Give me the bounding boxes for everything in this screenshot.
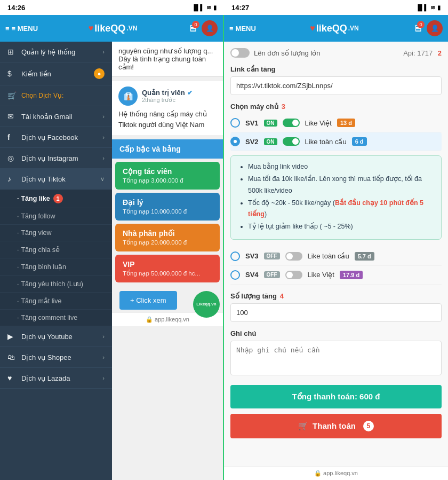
- youtube-icon: ▶: [7, 332, 17, 341]
- sidebar-sub-tang-binh-luan[interactable]: Tăng bình luận: [0, 258, 112, 276]
- sidebar-label-kiem-tien: Kiếm tiền: [21, 70, 90, 78]
- logo-text: ♥ likeQQ.VN: [89, 23, 138, 34]
- rank-desc: Tổng nạp 50.000.000 đ hc...: [123, 270, 212, 277]
- sv4-radio[interactable]: [230, 270, 240, 280]
- large-order-toggle[interactable]: [230, 48, 250, 58]
- lock-icon: 🔒: [146, 316, 153, 322]
- sv2-radio[interactable]: [230, 137, 240, 146]
- sidebar-sub-tang-view[interactable]: Tăng view: [0, 225, 112, 241]
- battery-icon: ▮: [213, 4, 217, 11]
- sv3-radio[interactable]: [230, 251, 240, 261]
- message-button-r[interactable]: 🖥 0: [413, 23, 422, 34]
- right-menu-button[interactable]: ≡ MENU: [229, 25, 256, 33]
- rank-title: VIP: [123, 260, 212, 269]
- sv2-toggle[interactable]: [283, 137, 300, 146]
- message-badge: 0: [192, 21, 199, 28]
- sidebar-item-shopee[interactable]: 🛍 Dịch vụ Shopee ›: [0, 347, 112, 368]
- left-status-bar: 14:26 ▐▌▌ ≋ ▮: [0, 0, 224, 15]
- sv4-day: 17.9 d: [340, 271, 363, 279]
- sidebar-label-facebook: Dịch vụ Facebook: [21, 133, 98, 141]
- server-sv2-row[interactable]: SV2 ON Like toàn cầu 6 d: [230, 132, 442, 151]
- server-section: Chọn máy chủ 3 SV1 ON Like Việt 13 d SV2: [230, 103, 442, 285]
- rank-header: Cấp bậc và bảng: [112, 139, 223, 159]
- sidebar-sub-label: Tăng like: [21, 195, 50, 202]
- sidebar-sub-tang-comment-live[interactable]: Tăng comment live: [0, 310, 112, 326]
- sidebar-label-youtube: Dịch vụ Youtube: [21, 333, 98, 341]
- admin-body: Hệ thống nâng cấp máy chủ Tiktok người d…: [118, 109, 217, 130]
- admin-body-text: Hệ thống nâng cấp máy chủ Tiktok người d…: [118, 110, 207, 129]
- grid-icon: ⊞: [7, 48, 17, 56]
- menu-label-r: MENU: [236, 25, 256, 33]
- sidebar-item-chon-dich-vu: 🛒 Chọn Dịch Vụ:: [0, 85, 112, 106]
- right-nav-bar: ≡ MENU ♥ likeQQ.VN 🖥 0 👤: [224, 15, 448, 42]
- server-label: Chọn máy chủ 3: [230, 103, 442, 111]
- sv1-toggle[interactable]: [283, 119, 300, 127]
- sidebar-sub-label-chia-se: Tăng chia sẻ: [21, 246, 60, 254]
- user-avatar[interactable]: 👤: [202, 20, 218, 36]
- sidebar-item-gmail[interactable]: ✉ Tài khoản Gmail ›: [0, 106, 112, 127]
- pay-button[interactable]: 🛒 Thanh toán 5: [230, 414, 442, 438]
- sv4-toggle[interactable]: [285, 271, 302, 279]
- total-bar: Tổng thanh toán: 600 đ: [230, 385, 442, 408]
- sv3-name: SV3: [245, 252, 259, 260]
- sidebar: ⊞ Quản lý hệ thống › $ Kiếm tiền ● 🛒 Chọ…: [0, 42, 112, 480]
- server-sv3-row[interactable]: SV3 OFF Like toàn cầu 5.7 d: [230, 247, 442, 266]
- sv1-status: ON: [264, 120, 277, 127]
- rank-cong-tac-vien: Cộng tác viên Tổng nạp 3.000.000 đ: [115, 162, 220, 190]
- content-text-block: nguyên cũng như số lượng q... Đây là tìn…: [112, 42, 223, 77]
- sidebar-sub-tang-chia-se[interactable]: Tăng chia sẻ: [0, 241, 112, 258]
- sidebar-sub-tang-follow[interactable]: Tăng follow: [0, 208, 112, 225]
- sidebar-sub-label-comment-live: Tăng comment live: [21, 314, 77, 321]
- sidebar-item-tiktok[interactable]: ♪ Dịch vụ Tiktok ∨: [0, 169, 112, 190]
- sidebar-label-shopee: Dịch vụ Shopee: [21, 353, 98, 361]
- rank-title: Nhà phân phối: [123, 229, 212, 238]
- sidebar-item-quan-ly[interactable]: ⊞ Quản lý hệ thống ›: [0, 42, 112, 62]
- rank-vip: VIP Tổng nạp 50.000.000 đ hc...: [115, 255, 220, 282]
- sidebar-item-kiem-tien[interactable]: $ Kiếm tiền ●: [0, 62, 112, 85]
- right-content: Lên đơn số lượng lớn Api: 1717 2 Link cầ…: [224, 42, 448, 466]
- click-xem-button[interactable]: + Click xem: [119, 291, 177, 310]
- battery-icon-r: ▮: [437, 4, 441, 11]
- user-avatar-r[interactable]: 👤: [427, 20, 443, 36]
- sv2-desc: Like toàn cầu: [305, 138, 347, 146]
- sv4-status: OFF: [264, 271, 280, 278]
- left-nav-bar: ≡ ≡ MENU ♥ likeQQ.VN 🖥 0 👤: [0, 15, 223, 42]
- info-item-2: Tốc độ ~20k - 50k like/ngày (Bắt đầu chạ…: [248, 198, 434, 221]
- tiktok-icon: ♪: [7, 175, 17, 183]
- right-time: 14:27: [231, 4, 249, 12]
- avatar-icon: 👤: [206, 25, 214, 32]
- signal-icon-r: ▐▌▌: [416, 4, 428, 11]
- left-logo: ♥ likeQQ.VN: [42, 23, 183, 34]
- sidebar-sub-tang-yeu-thich[interactable]: Tăng yêu thích (Lưu): [0, 276, 112, 293]
- toggle-row: Lên đơn số lượng lớn Api: 1717 2: [230, 48, 442, 58]
- sv4-name: SV4: [245, 271, 259, 279]
- message-button[interactable]: 🖥 0: [188, 23, 197, 34]
- api-text: Api: 1717 2: [403, 49, 442, 57]
- avatar-icon-r: 👤: [431, 25, 439, 32]
- sidebar-label-gmail: Tài khoản Gmail: [21, 113, 98, 121]
- sidebar-sub-tang-mat-live[interactable]: Tăng mắt live: [0, 293, 112, 310]
- watermark: Likeqq.vn: [193, 291, 220, 318]
- admin-time: 2tháng trước: [142, 97, 193, 104]
- sidebar-sub-tang-like[interactable]: Tăng like 1: [0, 190, 112, 208]
- so-luong-input[interactable]: [230, 303, 442, 322]
- heart-icon-r: ♥: [310, 23, 315, 33]
- server-sv4-row[interactable]: SV4 OFF Like Việt 17.9 d: [230, 266, 442, 285]
- sidebar-item-instagram[interactable]: ◎ Dịch vụ Instagram ›: [0, 148, 112, 169]
- rank-title: Đại lý: [123, 198, 212, 207]
- sv3-day: 5.7 d: [355, 252, 374, 261]
- sv3-toggle[interactable]: [285, 252, 302, 261]
- label-1: 1: [53, 194, 63, 203]
- toggle-label: Lên đơn số lượng lớn: [254, 49, 321, 57]
- sv2-status: ON: [264, 138, 277, 145]
- sidebar-item-facebook[interactable]: f Dịch vụ Facebook ›: [0, 127, 112, 148]
- sv1-radio[interactable]: [230, 118, 240, 128]
- ghi-chu-input[interactable]: [230, 341, 442, 375]
- wifi-icon-r: ≋: [430, 4, 435, 11]
- sidebar-item-youtube[interactable]: ▶ Dịch vụ Youtube ›: [0, 326, 112, 347]
- server-sv1-row[interactable]: SV1 ON Like Việt 13 d: [230, 114, 442, 132]
- right-bottom-url: 🔒 app.likeqq.vn: [224, 466, 448, 480]
- sidebar-item-lazada[interactable]: ♥ Dịch vụ Lazada ›: [0, 368, 112, 389]
- link-input[interactable]: [230, 76, 442, 95]
- left-menu-button[interactable]: ≡ ≡ MENU: [5, 25, 38, 33]
